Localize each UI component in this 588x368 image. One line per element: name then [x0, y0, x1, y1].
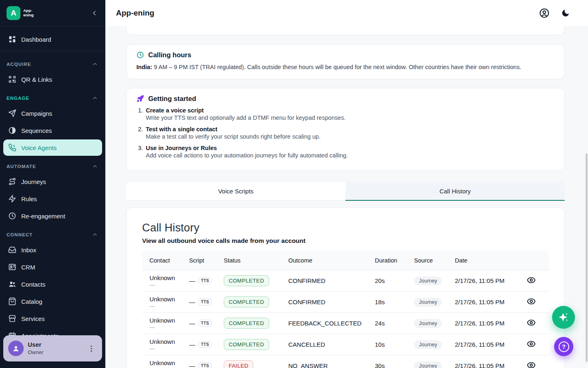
phone-call-icon: [8, 144, 16, 152]
calling-hours-title: Calling hours: [148, 51, 191, 59]
sidebar-section-automate[interactable]: AUTOMATE: [0, 157, 105, 173]
call-history-title: Call History: [142, 222, 549, 234]
route-icon: [8, 177, 16, 186]
call-history-subtitle: View all outbound voice calls made from …: [142, 237, 549, 245]
sidebar-item-services[interactable]: Services: [3, 310, 102, 327]
view-call-button[interactable]: [526, 275, 537, 287]
dark-mode-toggle[interactable]: [561, 9, 570, 18]
sidebar-header: A App- ening: [0, 0, 105, 26]
col-date: Date: [451, 251, 513, 270]
scrolled-card-bottom: [126, 26, 565, 35]
section-label: ENGAGE: [7, 96, 29, 101]
kebab-menu-icon: ⋮: [88, 345, 95, 352]
status-badge: COMPLETED: [224, 275, 269, 286]
script-value: —: [189, 277, 195, 284]
sidebar-item-rules[interactable]: Rules: [3, 191, 102, 207]
tab-bar: Voice Scripts Call History: [126, 182, 565, 201]
contact-sub: —: [149, 325, 181, 330]
eye-icon: [527, 339, 536, 348]
duration-value: 18s: [371, 292, 410, 313]
script-value: —: [189, 320, 195, 327]
moon-icon: [561, 9, 570, 18]
sidebar-item-dashboard[interactable]: Dashboard: [3, 31, 102, 47]
qr-code-icon: [8, 75, 16, 83]
user-menu-button[interactable]: ⋮: [85, 343, 97, 355]
sidebar-item-journeys[interactable]: Journeys: [3, 173, 102, 190]
source-badge: Journey: [414, 298, 442, 307]
view-call-button[interactable]: [526, 339, 537, 350]
table-row: Unknown— —TTS COMPLETED CANCELLED 10s Jo…: [142, 334, 549, 355]
assistant-fab[interactable]: [552, 306, 575, 329]
sidebar-section-engage[interactable]: ENGAGE: [0, 88, 105, 104]
view-call-button[interactable]: [526, 317, 537, 329]
status-badge: COMPLETED: [224, 339, 269, 350]
sidebar-item-contacts[interactable]: Contacts: [3, 276, 102, 292]
user-role: Owner: [28, 349, 43, 356]
page-title: App-ening: [116, 9, 154, 18]
table-row: Unknown— —TTS COMPLETED FEEDBACK_COLLECT…: [142, 313, 549, 334]
source-badge: Journey: [414, 319, 442, 328]
page-content: Calling hours India: 9 AM – 9 PM IST (TR…: [105, 26, 588, 368]
sidebar-collapse-button[interactable]: [89, 8, 100, 18]
step-item: 2. Test with a single contact Make a tes…: [136, 126, 555, 140]
outcome-value: FEEDBACK_COLLECTED: [284, 313, 371, 334]
help-icon: ?: [559, 341, 569, 352]
contact-name: Unknown: [149, 274, 181, 281]
getting-started-card: Getting started 1. Create a voice script…: [126, 88, 565, 171]
status-badge: FAILED: [224, 360, 253, 368]
sidebar-item-label: Dashboard: [21, 36, 51, 43]
view-call-button[interactable]: [526, 296, 537, 308]
col-contact: Contact: [142, 251, 185, 270]
call-history-card: Call History View all outbound voice cal…: [126, 207, 565, 368]
account-button[interactable]: [539, 8, 550, 18]
app-logo-letter: A: [11, 9, 16, 18]
dashboard-grid-icon: [8, 35, 16, 43]
country-label: India:: [136, 64, 152, 70]
calling-hours-card: Calling hours India: 9 AM – 9 PM IST (TR…: [126, 44, 565, 79]
rocket-icon: [136, 95, 144, 103]
app-logo: A: [7, 6, 20, 20]
contact-name: Unknown: [149, 338, 181, 345]
sidebar-item-label: Campaigns: [21, 110, 52, 117]
scrollbar-thumb[interactable]: [586, 153, 588, 362]
sidebar-item-campaigns[interactable]: Campaigns: [3, 105, 102, 121]
sidebar-item-voice-agents[interactable]: Voice Agents: [3, 139, 102, 156]
store-icon: [8, 314, 16, 323]
status-badge: COMPLETED: [224, 318, 269, 329]
view-call-button[interactable]: [526, 360, 537, 368]
tab-voice-scripts[interactable]: Voice Scripts: [126, 182, 345, 201]
table-row: Unknown— —TTS COMPLETED CONFIRMED 20s Jo…: [142, 270, 549, 292]
sidebar-section-connect[interactable]: CONNECT: [0, 225, 105, 241]
user-circle-icon: [539, 8, 550, 18]
step-description: Write your TTS text and optionally add a…: [146, 114, 345, 121]
sidebar-item-re-engagement[interactable]: Re-engagement: [3, 208, 102, 224]
help-fab[interactable]: ?: [554, 337, 573, 356]
step-item: 3. Use in Journeys or Rules Add voice ca…: [136, 144, 555, 159]
chevron-up-icon: [92, 231, 98, 238]
step-number: 1.: [136, 107, 143, 121]
chevron-up-icon: [92, 163, 98, 169]
user-info: User Owner: [28, 341, 43, 356]
sidebar-section-acquire[interactable]: ACQUIRE: [0, 54, 105, 70]
eye-icon: [527, 361, 536, 368]
shopping-bag-icon: [8, 297, 16, 305]
chevron-left-icon: [91, 9, 98, 17]
sidebar-item-crm[interactable]: CRM: [3, 259, 102, 275]
sidebar-item-sequences[interactable]: Sequences: [3, 122, 102, 139]
col-script: Script: [185, 251, 220, 270]
step-number: 2.: [136, 126, 143, 140]
date-value: 2/17/26, 11:05 PM: [451, 355, 513, 368]
sidebar-item-inbox[interactable]: Inbox: [3, 242, 102, 258]
source-badge: Journey: [414, 361, 442, 368]
calling-hours-header: Calling hours: [136, 51, 555, 59]
date-value: 2/17/26, 11:05 PM: [451, 292, 513, 313]
sparkles-icon: [558, 312, 569, 323]
sidebar-item-catalog[interactable]: Catalog: [3, 293, 102, 310]
user-card[interactable]: User Owner ⋮: [3, 335, 102, 361]
duration-value: 24s: [371, 313, 410, 334]
sidebar-item-qr-links[interactable]: QR & Links: [3, 71, 102, 88]
duration-value: 30s: [371, 355, 410, 368]
tts-badge: TTS: [198, 320, 212, 327]
tab-call-history[interactable]: Call History: [345, 182, 565, 201]
col-duration: Duration: [371, 251, 410, 270]
